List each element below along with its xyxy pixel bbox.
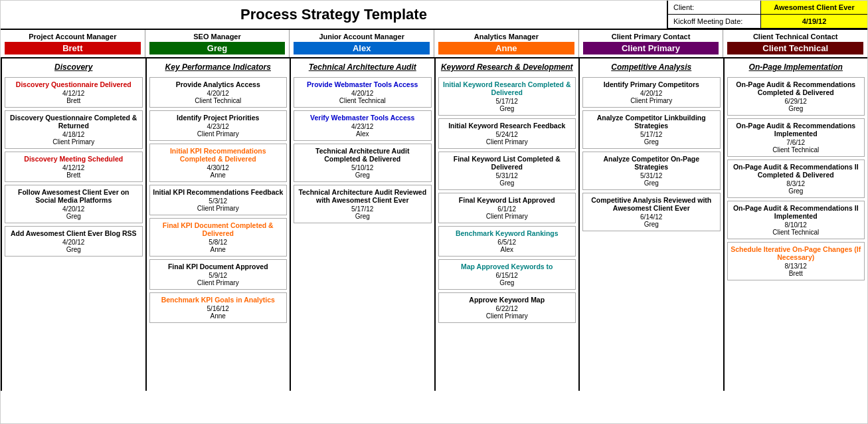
task-title: Discovery Questionnaire Delivered xyxy=(8,80,139,88)
role-title: SEO Manager xyxy=(149,33,286,41)
task-date: 5/9/12 xyxy=(153,272,284,279)
task-date: 8/13/12 xyxy=(731,263,862,270)
task-title: Final KPI Document Approved xyxy=(153,263,284,270)
role-title: Client Primary Contact xyxy=(583,33,719,41)
task-title: Final Keyword List Completed & Delivered xyxy=(442,155,573,171)
column-header: Technical Architecture Audit xyxy=(294,62,432,72)
task-title: Identify Project Priorities xyxy=(153,114,284,122)
role-name: Anne xyxy=(438,42,574,54)
task-owner: Alex xyxy=(442,246,573,253)
task-card: Provide Analytics Access4/20/12Client Te… xyxy=(149,77,288,108)
roles-row: Project Account ManagerBrettSEO ManagerG… xyxy=(1,30,867,58)
task-card: Add Awesomest Client Ever Blog RSS4/20/1… xyxy=(5,226,143,257)
task-date: 7/6/12 xyxy=(731,139,862,146)
task-owner: Greg xyxy=(8,246,139,253)
task-date: 4/23/12 xyxy=(297,123,428,130)
column-3: Keyword Research & DevelopmentInitial Ke… xyxy=(436,58,580,391)
task-date: 5/3/12 xyxy=(153,197,284,205)
task-title: Analyze Competitor On-Page Strategies xyxy=(586,155,717,171)
task-card: Initial Keyword Research Feedback5/24/12… xyxy=(438,118,576,149)
task-date: 4/12/12 xyxy=(8,164,139,171)
task-title: Verify Webmaster Tools Access xyxy=(297,114,428,122)
task-title: On-Page Audit & Recommendations Implemen… xyxy=(731,122,862,138)
task-title: Discovery Questionnaire Completed & Retu… xyxy=(8,114,139,130)
task-date: 6/29/12 xyxy=(731,98,862,105)
task-card: Technical Architecture Audit Reviewed wi… xyxy=(294,185,432,223)
role-cell-3: Analytics ManagerAnne xyxy=(434,30,579,57)
task-card: Discovery Questionnaire Delivered4/12/12… xyxy=(5,77,143,108)
task-title: Initial KPI Recommendations Completed & … xyxy=(153,147,284,163)
task-card: Competitive Analysis Reviewed with Aweso… xyxy=(582,193,721,231)
task-title: Schedule Iterative On-Page Changes (If N… xyxy=(731,245,862,261)
task-date: 5/17/12 xyxy=(297,205,428,213)
column-header: Keyword Research & Development xyxy=(438,62,576,72)
column-header: Discovery xyxy=(5,62,143,72)
task-owner: Client Technical xyxy=(153,97,284,104)
task-owner: Client Primary xyxy=(442,213,573,220)
task-date: 5/10/12 xyxy=(297,164,428,171)
task-card: Initial Keyword Research Completed & Del… xyxy=(438,77,576,116)
task-date: 6/15/12 xyxy=(442,272,573,279)
task-card: Discovery Questionnaire Completed & Retu… xyxy=(5,110,143,149)
task-card: Verify Webmaster Tools Access4/23/12Alex xyxy=(294,110,432,141)
client-row: Client: Awesomest Client Ever xyxy=(668,1,867,15)
task-title: Provide Webmaster Tools Access xyxy=(297,80,428,88)
kickoff-label: Kickoff Meeting Date: xyxy=(668,15,761,28)
task-owner: Greg xyxy=(8,213,139,220)
column-0: DiscoveryDiscovery Questionnaire Deliver… xyxy=(1,58,147,391)
task-owner: Client Primary xyxy=(442,138,573,146)
task-owner: Client Technical xyxy=(297,97,428,104)
task-owner: Brett xyxy=(731,270,862,277)
task-owner: Anne xyxy=(153,171,284,179)
column-5: On-Page ImplementationOn-Page Audit & Re… xyxy=(725,58,868,391)
client-label: Client: xyxy=(668,1,761,14)
task-owner: Alex xyxy=(297,130,428,138)
role-cell-5: Client Technical ContactClient Technical xyxy=(723,30,867,57)
task-owner: Greg xyxy=(586,179,717,187)
task-date: 6/14/12 xyxy=(586,213,717,221)
role-cell-0: Project Account ManagerBrett xyxy=(1,30,145,57)
page: Process Strategy Template Client: Awesom… xyxy=(0,0,868,424)
task-title: Discovery Meeting Scheduled xyxy=(8,155,139,163)
role-cell-4: Client Primary ContactClient Primary xyxy=(579,30,724,57)
task-date: 5/31/12 xyxy=(442,172,573,179)
task-date: 4/12/12 xyxy=(8,90,139,97)
task-title: Initial Keyword Research Feedback xyxy=(442,122,573,130)
task-card: Initial KPI Recommendations Feedback5/3/… xyxy=(149,185,288,215)
role-title: Junior Account Manager xyxy=(294,33,430,41)
task-card: On-Page Audit & Recommendations Complete… xyxy=(727,77,865,116)
task-owner: Greg xyxy=(442,105,573,112)
column-1: Key Performance IndicatorsProvide Analyt… xyxy=(147,58,292,391)
task-card: Map Approved Keywords to6/15/12Greg xyxy=(438,259,576,290)
task-card: Approve Keyword Map6/22/12Client Primary xyxy=(438,292,576,323)
task-date: 6/5/12 xyxy=(442,239,573,246)
task-date: 4/20/12 xyxy=(8,239,139,246)
column-header: On-Page Implementation xyxy=(727,62,865,72)
task-card: Schedule Iterative On-Page Changes (If N… xyxy=(727,242,865,280)
task-card: Analyze Competitor Linkbuilding Strategi… xyxy=(582,110,721,149)
task-owner: Brett xyxy=(8,97,139,104)
role-name: Client Primary xyxy=(583,42,719,54)
task-title: Final Keyword List Approved xyxy=(442,196,573,204)
task-date: 4/20/12 xyxy=(586,90,717,97)
task-owner: Greg xyxy=(297,213,428,220)
task-title: Initial KPI Recommendations Feedback xyxy=(153,188,284,196)
task-date: 4/20/12 xyxy=(297,90,428,97)
column-header: Key Performance Indicators xyxy=(149,62,288,72)
task-title: Final KPI Document Completed & Delivered xyxy=(153,221,284,237)
role-cell-1: SEO ManagerGreg xyxy=(145,30,290,57)
task-owner: Greg xyxy=(297,171,428,179)
task-date: 8/3/12 xyxy=(731,180,862,187)
task-owner: Greg xyxy=(731,105,862,112)
task-title: Benchmark KPI Goals in Analytics xyxy=(153,296,284,304)
task-title: On-Page Audit & Recommendations Complete… xyxy=(731,80,862,96)
task-card: On-Page Audit & Recommendations II Imple… xyxy=(727,201,865,239)
task-card: Technical Architecture Audit Completed &… xyxy=(294,144,432,182)
kickoff-row: Kickoff Meeting Date: 4/19/12 xyxy=(668,15,867,29)
task-title: Analyze Competitor Linkbuilding Strategi… xyxy=(586,114,717,130)
role-name: Greg xyxy=(149,42,286,54)
task-card: Final Keyword List Completed & Delivered… xyxy=(438,152,576,190)
task-card: On-Page Audit & Recommendations Implemen… xyxy=(727,118,865,157)
kickoff-value: 4/19/12 xyxy=(761,15,867,28)
task-title: Initial Keyword Research Completed & Del… xyxy=(442,80,573,96)
